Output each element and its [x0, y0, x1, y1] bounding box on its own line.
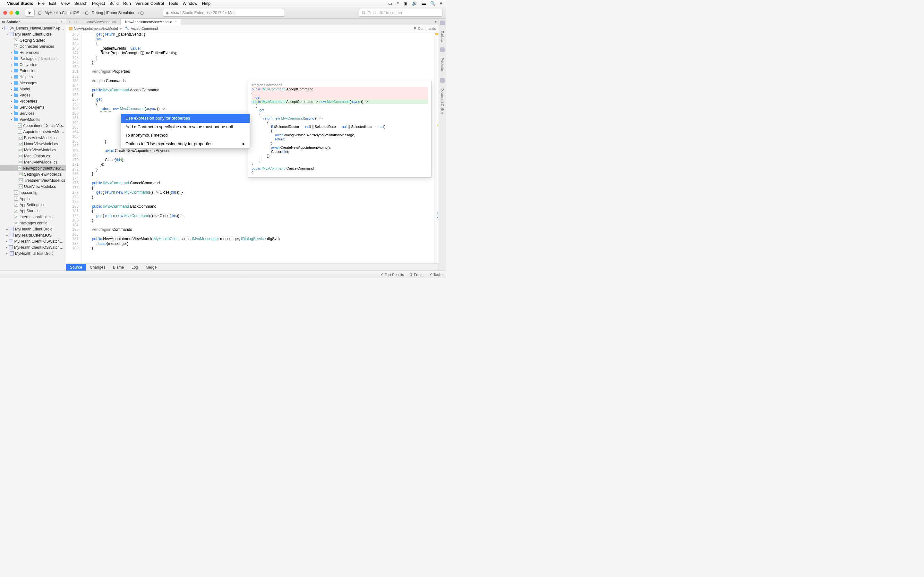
config-selector[interactable]: ▢ MyHealth.Client.iOS › ▢ Debug | iPhone… [38, 10, 144, 16]
pad-dock-icon[interactable]: ▫ [56, 20, 59, 23]
bottomtab-log[interactable]: Log [128, 264, 142, 271]
rail-toolbox[interactable]: Toolbox [441, 29, 444, 43]
bottomtab-source[interactable]: Source [66, 264, 86, 271]
menu-run[interactable]: Run [123, 1, 131, 6]
tree-item[interactable]: C#HomeViewModel.cs [0, 141, 66, 147]
tree-item[interactable]: C#AppStart.cs [0, 208, 66, 214]
global-search[interactable]: Press '⌘.' to search [359, 9, 443, 17]
tree-item[interactable]: ▸MyHealth.Client.iOSWatchKitApp [0, 238, 66, 244]
solution-tree[interactable]: ▾ 04_Demos_NativeXamarinApps (mas ▾MyHea… [0, 25, 66, 271]
tree-item[interactable]: ▸MyHealth.Client.iOS [0, 232, 66, 238]
status-tasks[interactable]: ✔Tasks [429, 272, 443, 277]
pad-close-icon[interactable]: × [61, 20, 64, 23]
cs-icon: C# [18, 129, 22, 134]
solution-root[interactable]: ▾ 04_Demos_NativeXamarinApps (mas [0, 25, 66, 31]
tree-item[interactable]: ▾MyHealth.Client.Core [0, 31, 66, 37]
volume-icon[interactable]: 🔊 [412, 1, 417, 6]
tree-item[interactable]: ▾ViewModels [0, 116, 66, 122]
menu-help[interactable]: Help [202, 1, 210, 6]
run-button[interactable] [25, 9, 35, 17]
quickfix-expression-body[interactable]: Use expression body for properties [121, 114, 250, 123]
menu-version-control[interactable]: Version Control [136, 1, 164, 6]
tree-item[interactable]: ▸Helpers [0, 74, 66, 80]
menu-project[interactable]: Project [92, 1, 105, 6]
quickfix-add-contract[interactable]: Add a Contract to specify the return val… [121, 123, 250, 131]
tree-item[interactable]: C#MainViewModel.cs [0, 147, 66, 153]
tree-item[interactable]: ▸Properties [0, 98, 66, 104]
breadcrumb-class[interactable]: NewAppointmentViewModel [69, 27, 118, 31]
menu-file[interactable]: File [38, 1, 45, 6]
close-window[interactable] [3, 11, 7, 15]
nav-forward[interactable]: › [73, 19, 80, 25]
screen-icon[interactable]: ▣ [404, 1, 407, 6]
tree-item[interactable]: ▸Converters [0, 61, 66, 68]
tree-item[interactable]: C#AppSettings.cs [0, 201, 66, 208]
breadcrumb-region[interactable]: Commands [418, 27, 436, 31]
config-project[interactable]: MyHealth.Client.iOS [43, 10, 81, 16]
warning-indicator [435, 33, 438, 35]
tree-item[interactable]: C#Connected Services [0, 43, 66, 49]
tree-item[interactable]: C#App.cs [0, 195, 66, 201]
tree-item[interactable]: C#SettingsViewModel.cs [0, 171, 66, 177]
tree-item[interactable]: C#AppointmentsViewModel.cs [0, 129, 66, 135]
breadcrumb-member[interactable]: 🔧 AcceptCommand [125, 26, 158, 31]
menu-edit[interactable]: Edit [49, 1, 56, 6]
tree-item[interactable]: ▸References [0, 49, 66, 55]
status-errors[interactable]: ⊘Errors [410, 272, 423, 277]
tree-item[interactable]: ▸MyHealth.UITest.Droid [0, 250, 66, 256]
tab-home[interactable]: HomeViewModel.cs [80, 19, 121, 25]
tree-item[interactable]: C#NewAppointmentViewModel. [0, 165, 66, 171]
wifi-icon[interactable]: ⌔ [397, 1, 399, 6]
tree-item[interactable]: ▸Pages [0, 92, 66, 98]
tree-item[interactable]: ▸MyHealth.Client.Droid [0, 226, 66, 232]
quickfix-options[interactable]: Options for 'Use expression body for pro… [121, 140, 250, 148]
menu-view[interactable]: View [61, 1, 69, 6]
tree-item[interactable]: C#Getting Started [0, 37, 66, 43]
battery2-icon[interactable]: ▬ [422, 1, 426, 6]
rail-properties[interactable]: Properties [441, 56, 444, 74]
tree-item[interactable]: ▸Services [0, 110, 66, 116]
proj-icon [9, 32, 14, 37]
menu-window[interactable]: Window [183, 1, 197, 6]
tree-item[interactable]: C#MenuViewModel.cs [0, 159, 66, 165]
config-build[interactable]: Debug | iPhoneSimulator [90, 10, 136, 16]
tab-close-icon[interactable]: × [174, 20, 176, 24]
tab-dropdown[interactable]: ▾ [433, 19, 439, 25]
tree-item[interactable]: C#InternationalUnit.cs [0, 214, 66, 220]
tree-item[interactable]: C#packages.config [0, 220, 66, 226]
tree-item[interactable]: C#TreatmentViewModel.cs [0, 177, 66, 183]
zoom-window[interactable] [15, 11, 19, 15]
spotlight-icon[interactable]: 🔍 [430, 1, 435, 6]
minimize-window[interactable] [9, 11, 13, 15]
pad-icon: ▭ [2, 19, 5, 24]
search-placeholder: Press '⌘.' to search [368, 11, 402, 15]
tree-item[interactable]: ▸Messages [0, 80, 66, 86]
tree-item[interactable]: ▸ServiceAgents [0, 104, 66, 110]
tab-newappointment[interactable]: NewAppointmentViewModel.c× [121, 19, 181, 25]
battery-icon[interactable]: ▭ [388, 1, 392, 6]
tree-item[interactable]: C#app.config [0, 189, 66, 195]
app-name[interactable]: Visual Studio [7, 1, 33, 6]
tree-item[interactable]: ▸Packages(13 updates) [0, 55, 66, 61]
tree-item[interactable]: C#BaseViewModel.cs [0, 135, 66, 141]
tree-item[interactable]: C#UserViewModel.cs [0, 183, 66, 189]
menu-build[interactable]: Build [110, 1, 119, 6]
rail-outline[interactable]: Document Outline [441, 87, 444, 115]
bottomtab-merge[interactable]: Merge [142, 264, 160, 271]
tree-item[interactable]: ▸Extensions [0, 68, 66, 74]
bottomtab-changes[interactable]: Changes [86, 264, 109, 271]
quickfix-anonymous[interactable]: To anonymous method [121, 131, 250, 140]
menu-tools[interactable]: Tools [168, 1, 178, 6]
tree-item[interactable]: C#AppointmentDetailsViewMod [0, 122, 66, 129]
menu-search[interactable]: Search [74, 1, 87, 6]
menu-icon[interactable]: ≡ [440, 1, 443, 6]
nav-back[interactable]: ‹ [66, 19, 73, 25]
tree-item[interactable]: ▸MyHealth.Client.iOSWatchKitExte [0, 244, 66, 250]
tree-item[interactable]: C#MenuOption.cs [0, 153, 66, 159]
cs-icon: C# [13, 190, 19, 195]
tree-item[interactable]: ▸Model [0, 86, 66, 92]
scroll-strip[interactable] [434, 32, 439, 263]
code-editor[interactable]: 143 144 145 146 147 148 149 150 151 152 … [66, 32, 439, 263]
status-test-results[interactable]: ✔Test Results [381, 272, 404, 277]
bottomtab-blame[interactable]: Blame [109, 264, 128, 271]
